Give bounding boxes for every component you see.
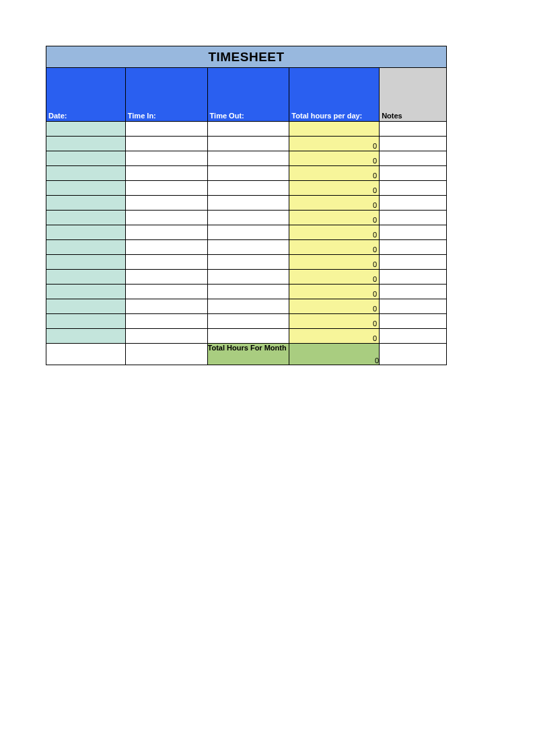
notes-cell[interactable]	[380, 122, 447, 137]
date-cell[interactable]	[46, 122, 126, 137]
time-out-cell[interactable]	[207, 255, 289, 270]
time-out-cell[interactable]	[207, 196, 289, 211]
total-month-label: Total Hours For Month	[207, 344, 289, 365]
notes-cell[interactable]	[380, 329, 447, 344]
time-in-cell[interactable]	[125, 225, 207, 240]
time-out-cell[interactable]	[207, 225, 289, 240]
date-cell[interactable]	[46, 299, 126, 314]
time-out-cell[interactable]	[207, 211, 289, 225]
table-row: 0	[46, 329, 447, 344]
notes-cell[interactable]	[380, 270, 447, 285]
table-row: 0	[46, 299, 447, 314]
date-cell[interactable]	[46, 211, 126, 225]
notes-cell[interactable]	[380, 240, 447, 255]
notes-cell[interactable]	[380, 137, 447, 151]
time-out-cell[interactable]	[207, 181, 289, 196]
time-in-cell[interactable]	[125, 329, 207, 344]
total-cell: 0	[289, 225, 380, 240]
table-row: 0	[46, 151, 447, 166]
date-cell[interactable]	[46, 181, 126, 196]
empty-cell	[125, 344, 207, 365]
time-in-cell[interactable]	[125, 314, 207, 329]
time-out-cell[interactable]	[207, 314, 289, 329]
time-out-cell[interactable]	[207, 151, 289, 166]
notes-cell[interactable]	[380, 285, 447, 299]
total-cell: 0	[289, 151, 380, 166]
time-in-cell[interactable]	[125, 255, 207, 270]
notes-cell[interactable]	[380, 166, 447, 181]
total-cell: 0	[289, 181, 380, 196]
date-cell[interactable]	[46, 137, 126, 151]
table-row: 0	[46, 225, 447, 240]
date-cell[interactable]	[46, 314, 126, 329]
total-cell: 0	[289, 299, 380, 314]
date-cell[interactable]	[46, 196, 126, 211]
time-in-cell[interactable]	[125, 122, 207, 137]
timesheet-table: TIMESHEET Date: Time In: Time Out: Total…	[46, 46, 447, 365]
table-row: 0	[46, 166, 447, 181]
total-cell: 0	[289, 211, 380, 225]
total-cell: 0	[289, 270, 380, 285]
header-row: Date: Time In: Time Out: Total hours per…	[46, 68, 447, 122]
date-cell[interactable]	[46, 270, 126, 285]
time-in-cell[interactable]	[125, 137, 207, 151]
total-cell: 0	[289, 285, 380, 299]
table-row: 0	[46, 211, 447, 225]
time-out-cell[interactable]	[207, 270, 289, 285]
header-time-in: Time In:	[125, 68, 207, 122]
notes-cell[interactable]	[380, 299, 447, 314]
date-cell[interactable]	[46, 166, 126, 181]
notes-cell[interactable]	[380, 196, 447, 211]
time-in-cell[interactable]	[125, 151, 207, 166]
time-in-cell[interactable]	[125, 211, 207, 225]
time-out-cell[interactable]	[207, 122, 289, 137]
time-in-cell[interactable]	[125, 299, 207, 314]
total-cell: 0	[289, 137, 380, 151]
date-cell[interactable]	[46, 329, 126, 344]
time-out-cell[interactable]	[207, 240, 289, 255]
title-row: TIMESHEET	[46, 46, 447, 68]
table-row: 0	[46, 314, 447, 329]
time-in-cell[interactable]	[125, 240, 207, 255]
total-cell	[289, 122, 380, 137]
notes-cell[interactable]	[380, 225, 447, 240]
time-out-cell[interactable]	[207, 285, 289, 299]
summary-row: Total Hours For Month 0	[46, 344, 447, 365]
total-cell: 0	[289, 196, 380, 211]
time-in-cell[interactable]	[125, 181, 207, 196]
time-in-cell[interactable]	[125, 285, 207, 299]
notes-cell[interactable]	[380, 151, 447, 166]
date-cell[interactable]	[46, 225, 126, 240]
notes-cell[interactable]	[380, 181, 447, 196]
date-cell[interactable]	[46, 255, 126, 270]
time-in-cell[interactable]	[125, 166, 207, 181]
header-time-out: Time Out:	[207, 68, 289, 122]
table-row: 0	[46, 285, 447, 299]
notes-cell[interactable]	[380, 255, 447, 270]
header-notes: Notes	[380, 68, 447, 122]
total-month-value: 0	[289, 344, 380, 365]
date-cell[interactable]	[46, 285, 126, 299]
table-row	[46, 122, 447, 137]
date-cell[interactable]	[46, 240, 126, 255]
time-out-cell[interactable]	[207, 299, 289, 314]
time-in-cell[interactable]	[125, 270, 207, 285]
time-out-cell[interactable]	[207, 137, 289, 151]
notes-cell[interactable]	[380, 314, 447, 329]
table-row: 0	[46, 181, 447, 196]
time-in-cell[interactable]	[125, 196, 207, 211]
total-cell: 0	[289, 255, 380, 270]
total-cell: 0	[289, 329, 380, 344]
header-date: Date:	[46, 68, 126, 122]
date-cell[interactable]	[46, 151, 126, 166]
time-out-cell[interactable]	[207, 166, 289, 181]
total-cell: 0	[289, 314, 380, 329]
empty-cell	[46, 344, 126, 365]
table-row: 0	[46, 270, 447, 285]
sheet-title: TIMESHEET	[46, 46, 447, 68]
time-out-cell[interactable]	[207, 329, 289, 344]
table-row: 0	[46, 137, 447, 151]
total-cell: 0	[289, 240, 380, 255]
table-row: 0	[46, 255, 447, 270]
notes-cell[interactable]	[380, 211, 447, 225]
